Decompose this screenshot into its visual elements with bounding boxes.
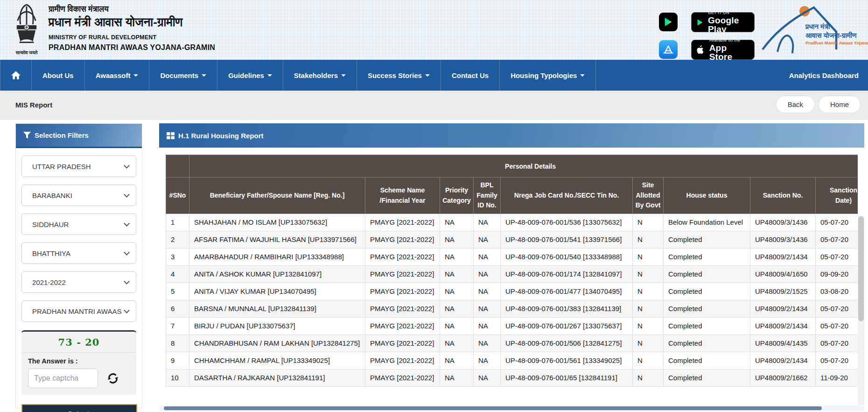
nav-item-success-stories[interactable]: Success Stories (357, 60, 441, 91)
table-cell: NA (474, 283, 501, 300)
nav-item-contact-us[interactable]: Contact Us (441, 60, 500, 91)
filter-selects: UTTAR PRADESHBARABANKISIDDHAURBHATTHIYA2… (16, 156, 142, 322)
table-cell: Completed (664, 352, 750, 369)
column-header: Beneficiary Father/Spouse Name [Reg. No.… (189, 178, 365, 214)
table-cell: 09-09-20 (816, 266, 858, 283)
captcha-box: 73 - 20 The Answer is : (21, 330, 136, 395)
table-vertical-scrollbar[interactable] (858, 216, 864, 405)
column-header: House status (664, 178, 750, 214)
india-emblem-logo: सत्यमेव जयते (10, 3, 43, 56)
nav-item-home[interactable] (0, 60, 32, 91)
table-cell: Completed (664, 249, 750, 266)
table-cell: NA (474, 369, 501, 387)
table-cell: PMAYG [2021-2022] (365, 283, 440, 300)
table-cell: UP-48-009-076-001/506 [132841275] (501, 335, 633, 352)
google-play-badge[interactable]: GET IT ON Google Play (691, 12, 755, 32)
table-cell: UP-48-009-076-001/267 [133075637] (501, 318, 633, 335)
selection-filters-header: Selection Filters (16, 124, 142, 148)
table-row: 1SHAHJAHAN / MO ISLAM [UP133075632]PMAYG… (166, 214, 858, 231)
scheme-title-english: PRADHAN MANTRI AWAAS YOJANA-GRAMIN (49, 43, 215, 52)
back-button[interactable]: Back (776, 96, 815, 113)
table-cell: UP48009/4/1650 (750, 266, 816, 283)
captcha-refresh-icon[interactable] (106, 372, 119, 385)
captcha-input[interactable] (28, 369, 98, 388)
table-cell: PMAYG [2021-2022] (365, 352, 440, 369)
table-cell: UP48009/4/1435 (750, 335, 816, 352)
horizontal-scroll-thumb[interactable] (164, 406, 822, 410)
app-store-badge[interactable]: Available on the App Store (691, 40, 755, 60)
site-titles: ग्रामीण विकास मंत्रालय प्रधान मंत्री आवा… (49, 5, 215, 52)
nav-analytics-dashboard[interactable]: Analytics Dashboard (780, 60, 868, 91)
table-cell: DASARTHA / RAJKARAN [UP132841191] (189, 369, 365, 387)
nav-item-stakeholders[interactable]: Stakeholders (283, 60, 357, 91)
table-cell: BIRJU / PUDAN [UP133075637] (189, 318, 365, 335)
table-cell: 05-07-20 (816, 318, 858, 335)
table-row: 3AMARBAHADUR / RAMBIHARI [UP133348988]PM… (166, 249, 858, 266)
table-cell: CHHAMCHHAM / RAMPAL [UP133349025] (189, 352, 365, 369)
table-horizontal-scrollbar[interactable] (159, 405, 864, 411)
table-cell: Completed (664, 369, 750, 387)
table-cell: 05-07-20 (816, 352, 858, 369)
selection-filters-title: Selection Filters (35, 131, 89, 139)
google-play-badge-text: Google Play (708, 16, 749, 34)
content-area: Selection Filters UTTAR PRADESHBARABANKI… (0, 120, 868, 412)
report-table: Personal Details#SNoBeneficiary Father/S… (166, 155, 858, 387)
google-play-icon[interactable] (659, 13, 678, 31)
table-cell: NA (474, 214, 501, 231)
block-select[interactable]: SIDDHAUR (21, 213, 136, 235)
table-cell: 4 (166, 266, 189, 283)
table-cell: N (633, 249, 664, 266)
table-cell: N (633, 283, 664, 300)
nav-item-awaassoft[interactable]: Awaassoft (85, 60, 150, 91)
table-cell: N (633, 318, 664, 335)
table-cell: NA (440, 369, 474, 387)
scheme-select[interactable]: PRADHAN MANTRI AWAAS (21, 300, 136, 322)
table-cell: PMAYG [2021-2022] (365, 369, 440, 387)
table-cell: BARSNA / MUNNALAL [UP132841139] (189, 300, 365, 318)
table-column-header-row: #SNoBeneficiary Father/Spouse Name [Reg.… (166, 178, 858, 214)
table-cell: Completed (664, 318, 750, 335)
table-cell: N (633, 300, 664, 318)
table-cell: NA (474, 335, 501, 352)
chevron-down-icon (580, 74, 585, 77)
table-cell: AMARBAHADUR / RAMBIHARI [UP133348988] (189, 249, 365, 266)
table-cell: NA (440, 335, 474, 352)
table-row: 4ANITA / ASHOK KUMAR [UP132841097]PMAYG … (166, 266, 858, 283)
table-cell: UP-48-009-076-001/477 [134070495] (501, 283, 633, 300)
table-cell: ANITA / VIJAY KUMAR [UP134070495] (189, 283, 365, 300)
home-button[interactable]: Home (819, 96, 861, 113)
table-cell: 9 (166, 352, 189, 369)
table-cell: NA (440, 266, 474, 283)
submit-button[interactable]: Submit (21, 404, 137, 412)
table-row: 5ANITA / VIJAY KUMAR [UP134070495]PMAYG … (166, 283, 858, 300)
vertical-scroll-thumb[interactable] (858, 216, 864, 321)
table-row: 7BIRJU / PUDAN [UP133075637]PMAYG [2021-… (166, 318, 858, 335)
panchayat-select[interactable]: BHATTHIYA (21, 242, 136, 264)
nav-item-housing-typologies[interactable]: Housing Typologies (500, 60, 596, 91)
chevron-down-icon (425, 74, 430, 77)
group-header-empty-cell (166, 155, 189, 178)
nav-item-label: Guidelines (228, 71, 264, 79)
table-cell: N (633, 231, 664, 249)
state-select-wrapper: UTTAR PRADESH (21, 156, 136, 177)
table-cell: NA (440, 214, 474, 231)
table-cell: 03-08-20 (816, 283, 858, 300)
table-cell: 11-09-20 (816, 369, 858, 387)
column-header: PriorityCategory (440, 178, 474, 214)
captcha-question: 73 - 20 (21, 332, 136, 353)
appstore-a-icon (663, 44, 674, 55)
nav-item-guidelines[interactable]: Guidelines (217, 60, 283, 91)
nav-item-about-us[interactable]: About Us (32, 60, 85, 91)
year-select[interactable]: 2021-2022 (21, 271, 136, 293)
table-row: 9CHHAMCHHAM / RAMPAL [UP133349025]PMAYG … (166, 352, 858, 369)
district-select[interactable]: BARABANKI (21, 185, 136, 206)
table-cell: 05-07-20 (816, 335, 858, 352)
report-header: H.1 Rural Housing Report (159, 123, 864, 148)
table-cell: 3 (166, 249, 189, 266)
state-select[interactable]: UTTAR PRADESH (21, 156, 136, 177)
nav-item-documents[interactable]: Documents (149, 60, 217, 91)
app-store-icon[interactable] (659, 40, 678, 59)
table-cell: Below Foundation Level (664, 214, 750, 231)
table-cell: N (633, 214, 664, 231)
table-cell: N (633, 266, 664, 283)
